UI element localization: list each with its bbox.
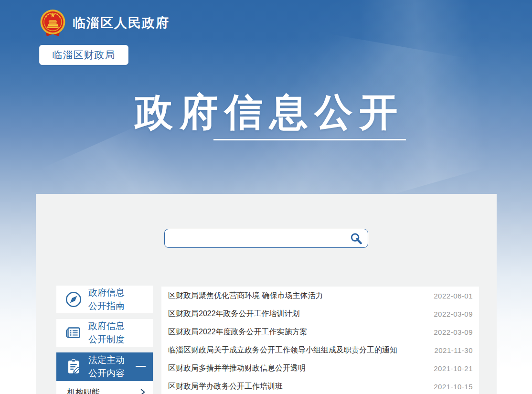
- department-badge[interactable]: 临淄区财政局: [39, 45, 128, 65]
- article-date: 2021-11-30: [434, 346, 473, 354]
- document-list-icon: [63, 322, 85, 343]
- article-date: 2021-10-15: [434, 383, 473, 391]
- article-row[interactable]: 临淄区财政局关于成立政务公开工作领导小组组成及职责分工的通知 2021-11-3…: [161, 341, 479, 359]
- sidebar-item-guide[interactable]: 政府信息 公开指南: [56, 286, 153, 313]
- search-box[interactable]: [164, 229, 368, 248]
- page: 临淄区人民政府 临淄区财政局 政府信息公开: [0, 0, 532, 394]
- collapse-minus-icon[interactable]: [136, 366, 146, 367]
- article-title[interactable]: 区财政局多措并举推动财政信息公开透明: [168, 363, 306, 373]
- page-title: 政府信息公开: [36, 91, 497, 134]
- article-date: 2022-03-09: [434, 328, 473, 336]
- sidebar-item-label: 政府信息 公开制度: [88, 319, 125, 347]
- sidebar: 政府信息 公开指南 政府信息 公开制度: [56, 286, 153, 394]
- sidebar-item-system[interactable]: 政府信息 公开制度: [56, 319, 153, 347]
- site-name: 临淄区人民政府: [73, 14, 170, 32]
- sidebar-item-label: 政府信息 公开指南: [88, 286, 125, 313]
- sidebar-item-label: 法定主动 公开内容: [88, 353, 125, 381]
- article-date: 2022-03-09: [434, 310, 473, 318]
- article-title[interactable]: 区财政局举办政务公开工作培训班: [168, 382, 283, 392]
- article-row[interactable]: 区财政局多措并举推动财政信息公开透明 2021-10-21: [161, 359, 479, 377]
- article-list: 区财政局聚焦优化营商环境 确保市场主体活力 2022-06-01 区财政局202…: [161, 287, 479, 394]
- sidebar-subitem-label: 机构职能: [67, 387, 100, 394]
- sidebar-subitem-org-functions[interactable]: 机构职能: [56, 381, 153, 394]
- article-title[interactable]: 临淄区财政局关于成立政务公开工作领导小组组成及职责分工的通知: [168, 345, 397, 355]
- article-date: 2021-10-21: [434, 364, 473, 373]
- article-date: 2022-06-01: [434, 292, 473, 300]
- article-row[interactable]: 区财政局2022年政务公开工作培训计划 2022-03-09: [161, 305, 479, 323]
- article-row[interactable]: 区财政局聚焦优化营商环境 确保市场主体活力 2022-06-01: [161, 287, 479, 305]
- search-icon: [350, 232, 362, 245]
- search-input[interactable]: [171, 231, 348, 246]
- article-title[interactable]: 区财政局聚焦优化营商环境 确保市场主体活力: [168, 291, 323, 301]
- content-panel: 政府信息 公开指南 政府信息 公开制度: [36, 194, 497, 394]
- search-button[interactable]: [348, 231, 364, 246]
- clipboard-pencil-icon: [63, 356, 85, 377]
- compass-icon: [63, 289, 85, 310]
- sidebar-item-statutory-disclosure[interactable]: 法定主动 公开内容: [56, 352, 153, 381]
- article-title[interactable]: 区财政局2022年度政务公开工作实施方案: [168, 327, 308, 337]
- article-title[interactable]: 区财政局2022年政务公开工作培训计划: [168, 309, 300, 319]
- title-underline: [213, 139, 406, 140]
- national-emblem-icon: [40, 9, 66, 38]
- chevron-right-icon: [139, 388, 146, 394]
- article-row[interactable]: 区财政局举办政务公开工作培训班 2021-10-15: [161, 377, 479, 394]
- article-row[interactable]: 区财政局2022年度政务公开工作实施方案 2022-03-09: [161, 323, 479, 341]
